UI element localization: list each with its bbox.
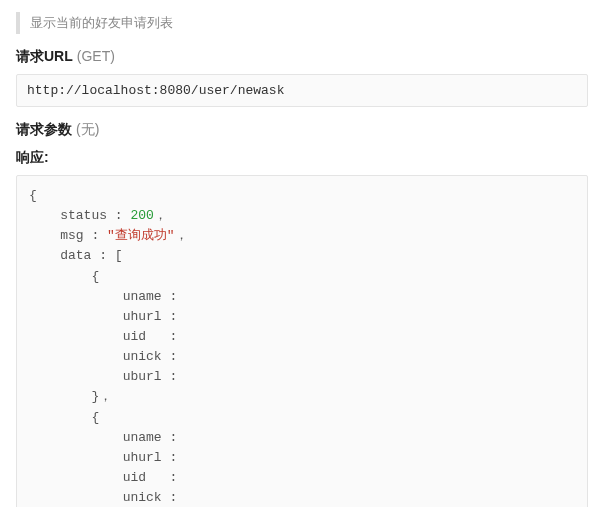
tok-uburl1: uburl — [123, 369, 162, 384]
response-title: 响应: — [16, 149, 588, 167]
response-code-block: { status : 200， msg : "查询成功"， data : [ {… — [16, 175, 588, 507]
request-params-value: (无) — [76, 121, 99, 137]
tok-msg-val: "查询成功" — [107, 228, 175, 243]
description-quote: 显示当前的好友申请列表 — [16, 12, 588, 34]
url-text: http://localhost:8080/user/newask — [27, 83, 284, 98]
tok-unick1: unick — [123, 349, 162, 364]
tok-comma2: ， — [175, 228, 188, 243]
url-box: http://localhost:8080/user/newask — [16, 74, 588, 107]
tok-status-val: 200 — [130, 208, 153, 223]
tok-uid1: uid — [123, 329, 146, 344]
tok-uname2: uname — [123, 430, 162, 445]
tok-uhurl1: uhurl — [123, 309, 162, 324]
response-label: 响应: — [16, 149, 49, 165]
tok-comma1: ， — [154, 208, 167, 223]
tok-comma3: ， — [99, 389, 112, 404]
tok-uname1: uname — [123, 289, 162, 304]
request-url-method: (GET) — [77, 48, 115, 64]
request-url-label: 请求URL — [16, 48, 73, 64]
tok-uid2: uid — [123, 470, 146, 485]
request-url-title: 请求URL(GET) — [16, 48, 588, 66]
tok-status-key: status — [60, 208, 107, 223]
description-text: 显示当前的好友申请列表 — [30, 15, 173, 30]
tok-unick2: unick — [123, 490, 162, 505]
tok-msg-key: msg — [60, 228, 83, 243]
tok-data-key: data — [60, 248, 91, 263]
tok-uhurl2: uhurl — [123, 450, 162, 465]
request-params-label: 请求参数 — [16, 121, 72, 137]
request-params-title: 请求参数(无) — [16, 121, 588, 139]
